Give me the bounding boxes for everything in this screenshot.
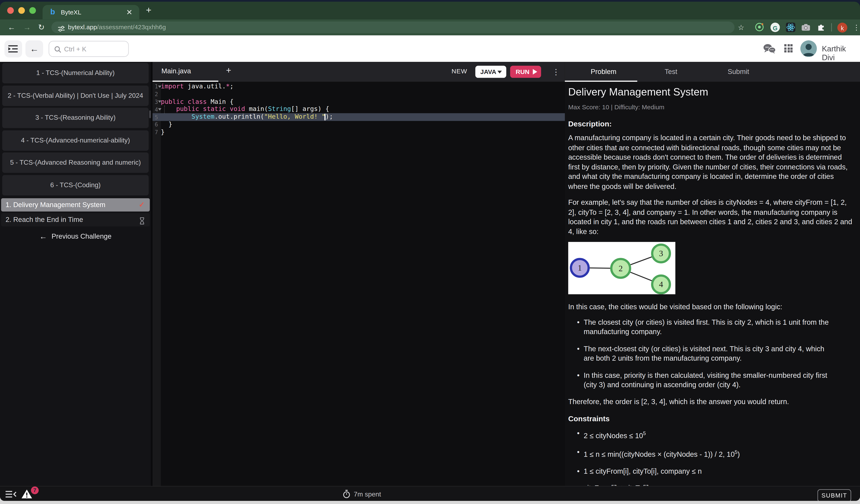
logic-bullet: •The next-closest city (or cities) is vi… — [568, 344, 855, 363]
browser-back-icon[interactable]: ← — [8, 19, 15, 35]
code-editor: Main.java + NEW JAVA RUN ⋮ 1import java.… — [153, 62, 565, 486]
sidebar-section-item[interactable]: 2 - TCS-(Verbal Ability) | Don't Use | J… — [2, 85, 149, 106]
code-line[interactable]: 2 — [153, 90, 565, 98]
window-minimize-light[interactable] — [18, 7, 25, 14]
url-host: bytexl.app — [68, 24, 97, 30]
sidebar-section-item[interactable]: 3 - TCS-(Reasoning Ability) — [2, 108, 149, 128]
problem-panel: Problem Test Submit Delivery Management … — [565, 62, 860, 486]
assessment-sidebar: 1 - TCS-(Numerical Ability)2 - TCS-(Verb… — [0, 62, 151, 486]
tab-test[interactable]: Test — [637, 62, 705, 82]
extension-camera-icon[interactable] — [801, 23, 810, 33]
chat-icon[interactable] — [763, 44, 776, 56]
code-text: public class Main { — [161, 98, 234, 105]
footer-bar: 7 7m spent SUBMIT — [0, 486, 860, 501]
editor-tab-underline — [153, 80, 218, 82]
bullet-text: In this case, priority is then calculate… — [584, 371, 827, 389]
editor-file-tab[interactable]: Main.java — [161, 67, 191, 75]
bookmark-star-icon[interactable]: ☆ — [738, 23, 744, 32]
chevron-down-icon — [497, 71, 502, 73]
problem-meta: Max Score: 10 | Difficulty: Medium — [568, 104, 855, 111]
challenge-item[interactable]: 2. Reach the End in Time — [1, 213, 150, 226]
app-back-button[interactable]: ← — [26, 40, 43, 58]
address-bar[interactable]: bytexl.app/assessment/423qxhh6g — [52, 21, 734, 33]
time-spent-label: 7m spent — [354, 490, 381, 498]
constraint-item: •2 ≤ cityNodes ≤ 105 — [568, 429, 855, 441]
panel-tab-bar: Problem Test Submit — [565, 62, 860, 82]
url-path: /assessment/423qxhh6g — [97, 24, 166, 30]
svg-text:3: 3 — [659, 249, 663, 258]
app-header: ← Ctrl + K Karthik Divi — [0, 35, 860, 62]
run-button[interactable]: RUN — [510, 65, 541, 78]
line-number: 7 — [153, 129, 158, 135]
code-text: System.out.println("Hello, World! "); — [161, 113, 333, 121]
new-tab-button[interactable]: + — [146, 4, 152, 16]
order-line: Therefore, the order is [2, 3, 4], which… — [568, 397, 855, 406]
sidebar-scrollbar[interactable] — [149, 110, 151, 118]
user-avatar[interactable] — [800, 40, 817, 57]
sidebar-toggle-button[interactable] — [4, 40, 22, 58]
sidebar-section-item[interactable]: 1 - TCS-(Numerical Ability) — [2, 63, 149, 83]
code-line[interactable]: 3public class Main { — [153, 98, 565, 105]
browser-tab[interactable]: b ByteXL — [42, 5, 139, 19]
line-number: 1 — [153, 84, 158, 90]
code-line[interactable]: 6 } — [153, 121, 565, 129]
line-number: 3 — [153, 99, 158, 105]
search-input[interactable]: Ctrl + K — [49, 41, 129, 57]
site-settings-icon[interactable] — [58, 24, 64, 34]
new-file-button[interactable]: NEW — [452, 68, 467, 75]
bullet-icon: • — [577, 483, 579, 486]
browser-profile-avatar[interactable]: k — [837, 23, 847, 32]
window-zoom-light[interactable] — [29, 7, 36, 14]
extensions-puzzle-icon[interactable] — [817, 23, 825, 33]
back-arrow-icon: ← — [30, 44, 39, 54]
add-file-icon[interactable]: + — [226, 65, 231, 76]
tab-submit[interactable]: Submit — [705, 62, 772, 82]
sidebar-section-item[interactable]: 4 - TCS-(Advanced-numerical-ability) — [2, 130, 149, 150]
submit-button[interactable]: SUBMIT — [818, 489, 851, 501]
problem-title: Delivery Management System — [568, 86, 855, 98]
code-lines[interactable]: 1import java.util.*;23public class Main … — [153, 83, 565, 136]
stopwatch-icon — [343, 490, 350, 498]
editor-body[interactable]: 1import java.util.*;23public class Main … — [153, 82, 565, 486]
problem-content[interactable]: Delivery Management System Max Score: 10… — [565, 82, 860, 486]
bullet-icon: • — [577, 344, 579, 353]
play-icon — [533, 69, 537, 74]
challenge-item[interactable]: 1. Delivery Management System✓ — [1, 198, 150, 211]
constraint-item: •1 ≤ n ≤ min((cityNodes × (cityNodes - 1… — [568, 447, 855, 460]
browser-forward-icon[interactable]: → — [23, 19, 31, 35]
logic-bullet-list: •The closest city (or cities) is visited… — [568, 317, 855, 389]
sidebar-section-item[interactable]: 6 - TCS-(Coding) — [2, 175, 149, 195]
main-area: 1 - TCS-(Numerical Ability)2 - TCS-(Verb… — [0, 62, 860, 486]
code-line[interactable]: 4 public static void main(String[] args)… — [153, 106, 565, 113]
browser-tab-strip: b ByteXL + — [0, 2, 860, 19]
challenge-label: 1. Delivery Management System — [5, 201, 105, 209]
extension-react-icon[interactable] — [786, 23, 796, 32]
tab-favicon: b — [50, 7, 55, 16]
code-line[interactable]: 1import java.util.*; — [153, 83, 565, 90]
window-close-light[interactable] — [7, 7, 14, 14]
tab-problem[interactable]: Problem — [570, 62, 637, 82]
extension-grammarly-icon[interactable]: G — [771, 23, 780, 32]
code-line[interactable]: 7} — [153, 129, 565, 136]
code-text: public static void main(String[] args) { — [161, 106, 329, 113]
sidebar-section-item[interactable]: 5 - TCS-(Advanced Reasoning and numeric) — [2, 152, 149, 173]
line-number: 4 — [153, 106, 158, 113]
code-line[interactable]: 5 System.out.println("Hello, World! "); — [153, 113, 565, 121]
bullet-icon: • — [577, 429, 579, 439]
browser-menu-icon[interactable]: ⋮ — [853, 19, 860, 35]
apps-grid-icon[interactable] — [784, 44, 793, 53]
editor-menu-icon[interactable]: ⋮ — [552, 62, 560, 82]
logic-intro: In this case, the cities would be visite… — [568, 302, 855, 312]
language-select[interactable]: JAVA — [475, 65, 506, 78]
example-paragraph: For example, let's say that the number o… — [568, 198, 855, 236]
city-graph-figure: 1234 — [568, 242, 675, 294]
left-arrow-icon: ← — [39, 232, 47, 241]
previous-challenge-link[interactable]: ←Previous Challenge — [0, 232, 151, 241]
sidebar-challenges: 1. Delivery Management System✓2. Reach t… — [0, 198, 151, 228]
logic-bullet: •In this case, priority is then calculat… — [568, 370, 855, 389]
extension-orbit-icon[interactable] — [755, 23, 764, 33]
warnings-indicator[interactable]: 7 — [21, 489, 35, 500]
browser-reload-icon[interactable]: ↻ — [38, 19, 45, 35]
console-collapse-icon[interactable] — [5, 490, 16, 501]
tab-close-icon[interactable] — [126, 9, 133, 15]
